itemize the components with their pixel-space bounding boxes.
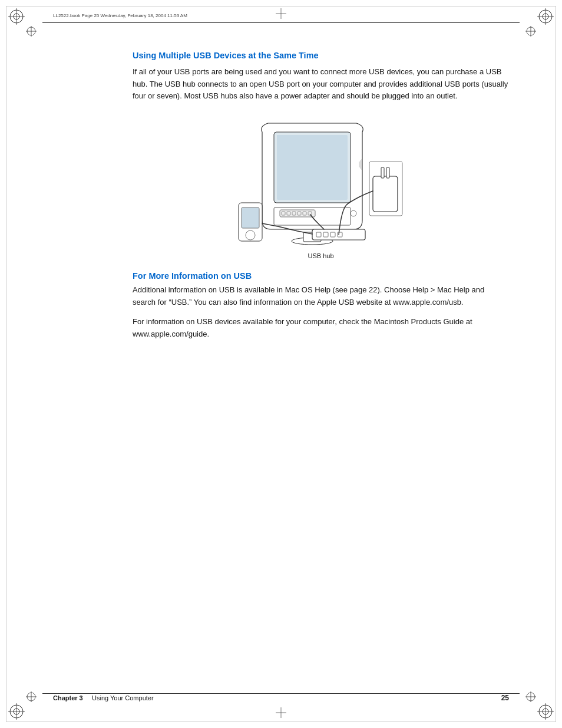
reg-mark-tr	[537, 8, 554, 25]
footer-left: Chapter 3 Using Your Computer	[53, 694, 154, 701]
footer-chapter-text: Using Your Computer	[92, 694, 154, 701]
reg-mark-bl	[8, 703, 25, 720]
sub-section-title: For More Information on USB	[133, 271, 509, 281]
center-top-reg	[276, 8, 286, 21]
svg-rect-53	[373, 176, 398, 212]
body-paragraph1: If all of your USB ports are being used …	[133, 66, 509, 103]
sub-paragraph2: For information on USB devices available…	[133, 316, 509, 341]
svg-rect-35	[277, 135, 348, 200]
usb-hub-illustration	[221, 114, 421, 250]
usb-hub-label: USB hub	[308, 252, 333, 259]
sub-paragraph1: Additional information on USB is availab…	[133, 284, 509, 309]
footer: Chapter 3 Using Your Computer 25	[0, 694, 562, 702]
svg-rect-54	[381, 167, 384, 178]
inner-reg-tr	[525, 26, 536, 37]
section-title: Using Multiple USB Devices at the Same T…	[133, 50, 509, 61]
center-bottom-reg	[276, 707, 286, 720]
svg-rect-55	[386, 167, 389, 178]
footer-chapter-label: Chapter 3	[53, 694, 83, 701]
illustration-container: USB hub	[221, 114, 421, 259]
header-text: LL2522.book Page 25 Wednesday, February …	[53, 13, 187, 18]
main-content: Using Multiple USB Devices at the Same T…	[133, 50, 509, 347]
inner-reg-tl	[26, 26, 37, 37]
header-line	[42, 22, 520, 23]
footer-spacer	[85, 694, 90, 701]
footer-page-number: 25	[501, 694, 509, 702]
reg-mark-br	[537, 703, 554, 720]
svg-rect-58	[242, 207, 259, 228]
reg-mark-tl	[8, 8, 25, 25]
